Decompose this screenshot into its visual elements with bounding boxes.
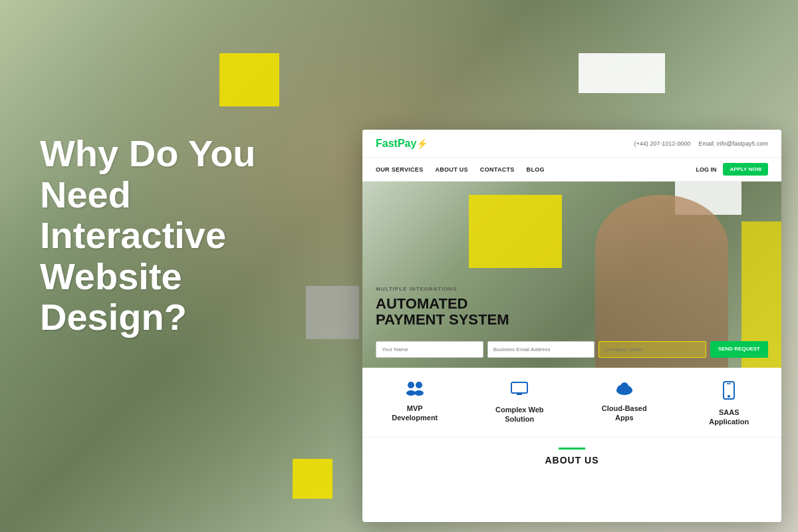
service-cloud-label: Cloud-BasedApps <box>602 404 647 423</box>
left-hero-line2: Need <box>40 174 131 215</box>
hero-title-line2: PAYMENT SYSTEM <box>376 312 509 328</box>
deco-yellow-top <box>219 53 279 106</box>
logo-pay: Pay <box>398 138 416 149</box>
hero-send-button[interactable]: SEND REQUEST <box>710 341 768 358</box>
svg-rect-4 <box>511 382 527 393</box>
nav-apply-button[interactable]: APPLY NOW <box>723 163 768 176</box>
cloud-icon <box>614 381 634 400</box>
mockup-header: FastPay⚡ (+44) 207-1012-0000 Email: info… <box>362 130 781 158</box>
monitor-icon <box>510 381 529 401</box>
hero-title-line1: AUTOMATED <box>376 296 509 312</box>
logo-icon: ⚡ <box>416 138 428 149</box>
nav-links: OUR SERVICES ABOUT US CONTACTS BLOG <box>376 166 545 173</box>
header-contact: (+44) 207-1012-0000 Email: info@fastpay5… <box>634 140 768 147</box>
svg-point-3 <box>414 390 424 396</box>
hero-form: SEND REQUEST <box>376 341 768 358</box>
nav-contacts[interactable]: CONTACTS <box>480 166 515 173</box>
svg-point-2 <box>406 390 416 396</box>
hero-company-input[interactable] <box>598 341 706 358</box>
svg-point-0 <box>408 382 414 388</box>
service-mvp: MVPDevelopment <box>372 381 458 427</box>
left-hero-line4: Website <box>40 255 182 297</box>
nav-login-button[interactable]: LOG IN <box>696 166 716 173</box>
website-mockup: FastPay⚡ (+44) 207-1012-0000 Email: info… <box>362 130 781 522</box>
hero-yellow-block-1 <box>469 195 562 268</box>
hero-name-input[interactable] <box>376 341 483 358</box>
nav-our-services[interactable]: OUR SERVICES <box>376 166 423 173</box>
mockup-nav: OUR SERVICES ABOUT US CONTACTS BLOG LOG … <box>362 158 781 182</box>
logo-fast: Fast <box>376 138 398 149</box>
hero-subtitle: MULTIPLE INTEGRATIONS <box>376 286 509 292</box>
nav-actions: LOG IN APPLY NOW <box>696 163 768 176</box>
hero-title: AUTOMATED PAYMENT SYSTEM <box>376 296 509 328</box>
service-web: Complex WebSolution <box>476 381 563 427</box>
header-email-label: Email: info@fastpay5.com <box>698 140 768 147</box>
left-hero-line5: Design? <box>40 296 187 338</box>
about-title: ABOUT US <box>376 455 768 466</box>
service-saas-label: SAASApplication <box>709 408 749 427</box>
service-mvp-label: MVPDevelopment <box>392 404 438 423</box>
mockup-about: ABOUT US <box>362 438 781 475</box>
svg-point-10 <box>620 382 628 390</box>
hero-email-input[interactable] <box>487 341 595 358</box>
deco-gray-mid <box>306 286 359 339</box>
deco-yellow-bottom <box>293 459 332 499</box>
header-phone: (+44) 207-1012-0000 <box>634 140 690 147</box>
deco-white-top-right <box>579 53 665 93</box>
people-icon <box>406 381 424 400</box>
nav-blog[interactable]: BLOG <box>527 166 545 173</box>
about-divider <box>559 448 585 450</box>
left-hero-text: Why Do You Need Interactive Website Desi… <box>40 133 256 338</box>
nav-about-us[interactable]: ABOUT US <box>435 166 467 173</box>
left-hero-line3: Interactive <box>40 214 226 256</box>
service-web-label: Complex WebSolution <box>495 405 544 424</box>
service-saas: SAASApplication <box>686 381 772 427</box>
service-cloud: Cloud-BasedApps <box>581 381 668 427</box>
svg-point-1 <box>416 382 422 388</box>
hero-content: MULTIPLE INTEGRATIONS AUTOMATED PAYMENT … <box>376 286 509 328</box>
mockup-hero: MULTIPLE INTEGRATIONS AUTOMATED PAYMENT … <box>362 182 781 368</box>
mobile-icon <box>723 381 735 404</box>
mockup-logo: FastPay⚡ <box>376 138 428 150</box>
left-hero-line1: Why Do You <box>40 132 256 174</box>
mockup-services: MVPDevelopment Complex WebSolution Cloud… <box>362 368 781 438</box>
svg-point-12 <box>728 395 730 398</box>
